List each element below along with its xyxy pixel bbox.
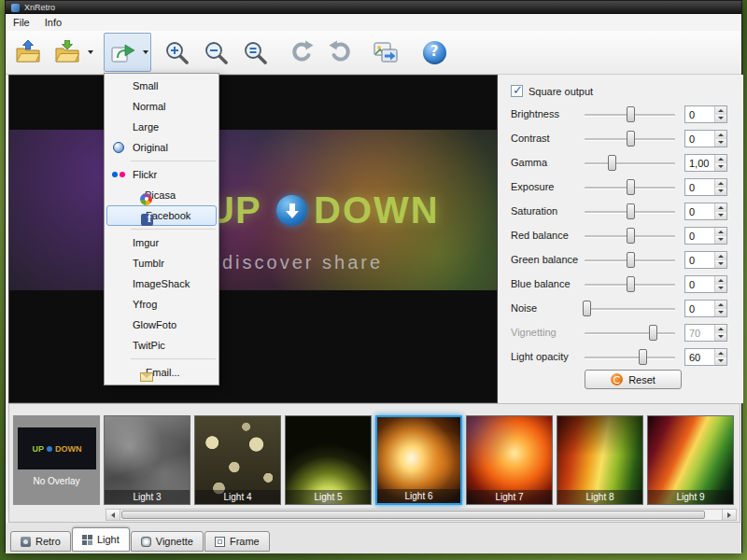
spin-down-icon[interactable] — [715, 188, 726, 196]
spin-up-icon[interactable] — [715, 349, 726, 357]
filmstrip-scrollbar[interactable] — [106, 509, 737, 521]
scroll-right-button[interactable] — [722, 510, 736, 520]
noise-slider[interactable] — [585, 300, 675, 318]
slider-handle[interactable] — [627, 252, 635, 268]
reset-button[interactable]: Reset — [585, 370, 682, 389]
spin-down-icon[interactable] — [715, 115, 726, 123]
thumbnail-light-9[interactable]: Light 9 — [647, 415, 734, 505]
export-options-arrow[interactable] — [140, 34, 150, 71]
save-options-arrow[interactable] — [85, 34, 95, 71]
menu-item-imageshack[interactable]: ImageShack — [105, 273, 218, 294]
spin-buttons[interactable] — [714, 228, 726, 244]
red-balance-spinbox[interactable]: 0 — [684, 227, 727, 245]
slider-handle[interactable] — [583, 301, 591, 316]
saturation-slider[interactable] — [585, 203, 675, 221]
brightness-spinbox[interactable]: 0 — [684, 105, 727, 123]
red-balance-slider[interactable] — [585, 227, 675, 245]
spin-buttons[interactable] — [714, 106, 726, 122]
spin-up-icon[interactable] — [715, 325, 726, 333]
menu-item-facebook[interactable]: Facebook — [106, 205, 217, 226]
zoom-reset-button[interactable] — [237, 34, 273, 71]
menu-item-yfrog[interactable]: Yfrog — [105, 294, 218, 315]
tab-vignette[interactable]: Vignette — [131, 531, 204, 552]
spin-up-icon[interactable] — [715, 179, 726, 188]
spin-buttons[interactable] — [714, 349, 726, 365]
thumbnail-no-overlay[interactable]: UP DOWN No Overlay — [13, 415, 100, 505]
gamma-slider[interactable] — [585, 154, 675, 173]
spin-down-icon[interactable] — [715, 212, 726, 220]
blue-balance-slider[interactable] — [585, 275, 675, 294]
tab-light[interactable]: Light — [72, 527, 130, 552]
thumbnail-light-7[interactable]: Light 7 — [466, 415, 553, 505]
spin-up-icon[interactable] — [715, 131, 726, 139]
spin-buttons[interactable] — [714, 203, 726, 219]
slider-handle[interactable] — [649, 325, 657, 341]
export-button[interactable] — [105, 34, 140, 71]
spin-buttons[interactable] — [714, 301, 726, 316]
slider-handle[interactable] — [627, 179, 635, 195]
spin-buttons[interactable] — [714, 252, 726, 268]
spin-up-icon[interactable] — [715, 301, 726, 309]
spin-buttons[interactable] — [714, 155, 726, 171]
menu-item-original[interactable]: Original — [105, 137, 218, 158]
menu-item-small[interactable]: Small — [105, 76, 218, 96]
menu-item-imgur[interactable]: Imgur — [105, 232, 218, 253]
gamma-spinbox[interactable]: 1,00 — [684, 154, 727, 172]
light-opacity-spinbox[interactable]: 60 — [684, 348, 727, 366]
contrast-spinbox[interactable]: 0 — [684, 130, 727, 147]
scrollbar-track[interactable] — [120, 510, 722, 520]
spin-buttons[interactable] — [714, 179, 726, 195]
thumbnail-light-3[interactable]: Light 3 — [104, 415, 190, 505]
spin-down-icon[interactable] — [715, 236, 726, 245]
slider-handle[interactable] — [627, 276, 635, 292]
spin-down-icon[interactable] — [715, 260, 726, 269]
menu-item-normal[interactable]: Normal — [105, 96, 218, 117]
slider-handle[interactable] — [608, 155, 616, 171]
menu-item-flickr[interactable]: Flickr — [105, 164, 218, 185]
spin-down-icon[interactable] — [715, 139, 726, 147]
thumbnail-light-6[interactable]: Light 6 — [375, 415, 462, 505]
spin-down-icon[interactable] — [715, 333, 726, 342]
menu-item-twitpic[interactable]: TwitPic — [105, 335, 218, 356]
save-button[interactable] — [49, 34, 85, 71]
green-balance-spinbox[interactable]: 0 — [684, 251, 727, 269]
saturation-spinbox[interactable]: 0 — [684, 203, 727, 220]
rotate-right-button[interactable] — [323, 34, 359, 71]
spin-buttons[interactable] — [714, 131, 726, 147]
slider-handle[interactable] — [627, 106, 635, 122]
brightness-slider[interactable] — [585, 105, 675, 124]
help-button[interactable] — [416, 34, 452, 71]
vignetting-slider[interactable] — [585, 324, 675, 343]
slider-handle[interactable] — [627, 203, 635, 219]
zoom-out-button[interactable] — [198, 34, 233, 71]
exposure-spinbox[interactable]: 0 — [684, 178, 727, 196]
spin-down-icon[interactable] — [715, 309, 726, 317]
square-output-checkbox[interactable] — [511, 85, 523, 97]
menu-item-tumblr[interactable]: Tumblr — [105, 253, 218, 273]
menu-item-picasa[interactable]: Picasa — [105, 185, 218, 205]
open-button[interactable] — [10, 34, 46, 71]
spin-buttons[interactable] — [714, 325, 726, 341]
zoom-in-button[interactable] — [159, 34, 194, 71]
spin-up-icon[interactable] — [715, 228, 726, 236]
slider-handle[interactable] — [627, 131, 635, 147]
exposure-slider[interactable] — [585, 178, 675, 197]
spin-down-icon[interactable] — [715, 163, 726, 172]
spin-up-icon[interactable] — [715, 203, 726, 212]
menu-item-email[interactable]: Email... — [105, 362, 218, 383]
noise-spinbox[interactable]: 0 — [684, 300, 727, 317]
slider-handle[interactable] — [627, 228, 635, 244]
contrast-slider[interactable] — [585, 130, 675, 148]
thumbnail-light-4[interactable]: Light 4 — [194, 415, 281, 505]
spin-up-icon[interactable] — [715, 252, 726, 260]
menu-file[interactable]: File — [6, 15, 37, 30]
spin-up-icon[interactable] — [715, 106, 726, 115]
thumbnail-light-5[interactable]: Light 5 — [285, 415, 372, 505]
scroll-left-button[interactable] — [106, 510, 120, 520]
spin-down-icon[interactable] — [715, 285, 726, 293]
menu-info[interactable]: Info — [37, 15, 69, 30]
rotate-left-button[interactable] — [284, 34, 319, 71]
scrollbar-thumb[interactable] — [121, 511, 705, 519]
tab-frame[interactable]: Frame — [204, 531, 270, 552]
spin-up-icon[interactable] — [715, 155, 726, 163]
